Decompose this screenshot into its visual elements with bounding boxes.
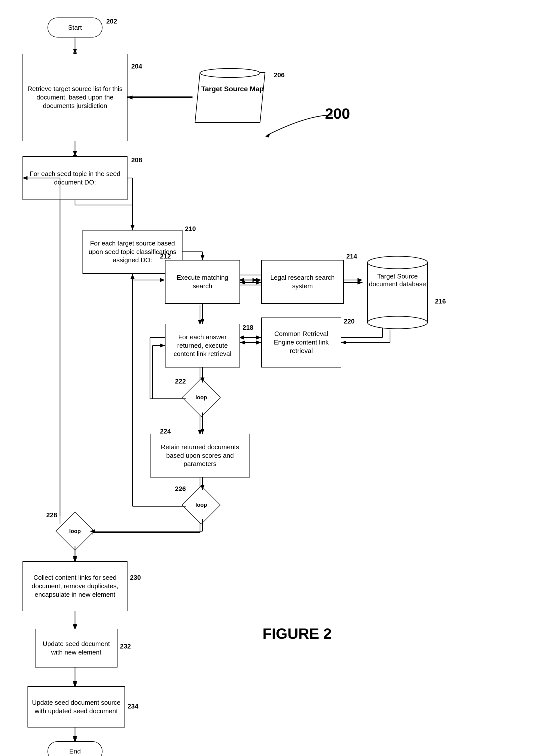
common-retrieval-label: Common Retrieval Engine content link ret… [264,330,338,355]
svg-point-60 [367,256,427,269]
for-each-seed-node: For each seed topic in the seed document… [23,156,127,200]
svg-marker-111 [73,624,77,629]
ref-212: 212 [160,253,171,260]
svg-marker-95 [160,343,165,347]
execute-matching-label: Execute matching search [168,273,237,291]
svg-marker-70 [73,151,77,156]
svg-point-58 [200,69,260,77]
loop3-node: loop [60,516,90,546]
update-source-node: Update seed document source with updated… [27,686,125,727]
svg-marker-62 [265,134,270,137]
execute-matching-node: Execute matching search [165,260,240,304]
ref-224: 224 [160,427,171,435]
svg-marker-9 [131,225,135,230]
diagram-container: Start 202 Retrieve target source list fo… [0,0,546,756]
loop2-node: loop [186,490,216,520]
ref-204: 204 [131,63,142,70]
svg-marker-87 [256,341,261,345]
ref-214: 214 [346,253,357,260]
svg-marker-66 [73,556,77,561]
ref-218: 218 [243,324,253,331]
end-node: End [47,741,103,756]
svg-marker-89 [201,319,205,324]
svg-marker-97 [201,429,205,434]
ref-234: 234 [127,703,138,710]
svg-marker-86 [240,341,245,345]
start-label: Start [68,24,82,31]
loop1-label: loop [195,394,207,401]
svg-marker-20 [256,278,261,282]
loop2-label: loop [195,502,207,508]
target-source-map-label: Target Source Map [200,85,265,93]
for-each-answer-node: For each answer returned, execute conten… [165,324,240,367]
svg-marker-115 [73,736,77,741]
ref-210: 210 [185,225,196,233]
update-seed-node: Update seed document with new element [35,629,117,667]
start-node: Start [47,17,103,37]
retain-node: Retain returned documents based upon sco… [150,434,250,477]
svg-marker-22 [357,278,363,282]
svg-marker-113 [73,681,77,686]
figure-label: FIGURE 2 [263,625,332,642]
svg-marker-79 [256,281,261,285]
ref-230: 230 [130,574,141,581]
svg-marker-76 [201,255,205,260]
svg-marker-84 [341,341,346,345]
update-source-label: Update seed document source with updated… [31,699,122,715]
ref-232: 232 [120,643,131,650]
retrieve-label: Retrieve target source list for this doc… [25,85,125,110]
svg-marker-28 [256,335,261,339]
svg-rect-59 [367,263,427,323]
loop1-node: loop [186,383,216,413]
retrieve-node: Retrieve target source list for this doc… [23,54,127,141]
ref-220: 220 [344,317,355,325]
ref-222: 222 [175,377,186,385]
ref-228: 228 [46,511,57,519]
svg-marker-73 [131,225,135,230]
ref-208: 208 [131,156,142,164]
loop3-label: loop [69,528,81,535]
legal-research-node: Legal research search system [261,260,344,304]
for-each-answer-label: For each answer returned, execute conten… [168,333,237,358]
for-each-seed-label: For each seed topic in the seed document… [25,170,125,187]
svg-marker-81 [357,281,363,285]
target-source-db-shape [363,255,433,330]
common-retrieval-node: Common Retrieval Engine content link ret… [261,317,341,367]
svg-marker-78 [240,281,245,285]
svg-marker-14 [253,278,257,282]
svg-marker-64 [131,274,135,279]
ref-216: 216 [435,297,446,305]
update-seed-label: Update seed document with new element [38,640,115,657]
svg-marker-68 [73,49,77,54]
collect-label: Collect content links for seed document,… [25,573,125,599]
legal-research-label: Legal research search system [264,273,341,291]
retain-label: Retain returned documents based upon sco… [153,443,247,468]
svg-marker-117 [127,95,133,99]
ref-arrow-200 [237,95,337,145]
ref-206: 206 [274,71,285,79]
collect-node: Collect content links for seed document,… [23,561,127,611]
svg-marker-109 [73,556,77,561]
end-label: End [69,747,81,755]
svg-point-61 [367,316,427,329]
ref-202: 202 [106,17,117,25]
ref-226: 226 [175,485,186,493]
svg-marker-12 [160,278,165,282]
target-source-db-label: Target Source document database [364,273,431,288]
